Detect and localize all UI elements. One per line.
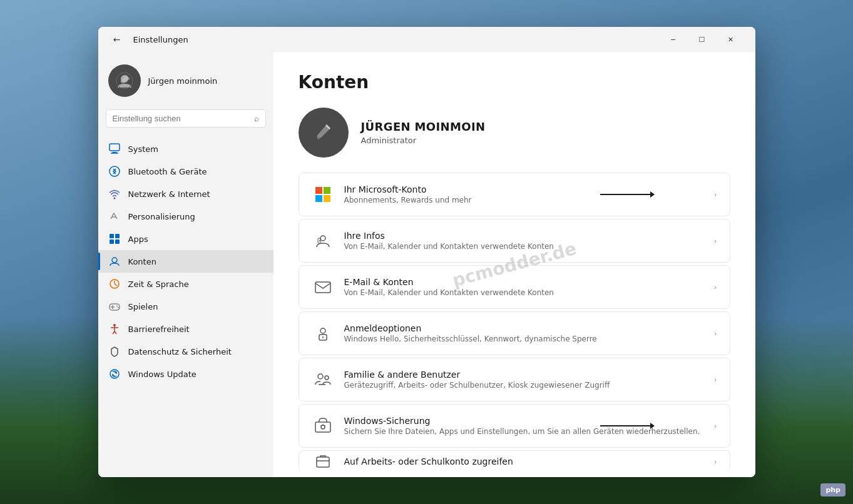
personalization-icon <box>108 210 121 223</box>
sidebar-item-network[interactable]: Netzwerk & Internet <box>98 183 273 205</box>
update-icon <box>108 368 121 380</box>
signin-icon <box>312 322 334 345</box>
svg-rect-29 <box>315 187 322 194</box>
email-text: E-Mail & Konten Von E-Mail, Kalender und… <box>344 277 715 297</box>
email-title: E-Mail & Konten <box>344 277 715 287</box>
family-text: Familie & andere Benutzer Gerätezugriff,… <box>344 370 715 390</box>
profile-card: JÜRGEN MOINMOIN Administrator <box>299 108 730 158</box>
apps-icon <box>108 233 121 245</box>
svg-line-15 <box>115 284 117 286</box>
arrow-annotation-2 <box>600 423 655 429</box>
sidebar-label-system: System <box>128 144 158 154</box>
menu-item-microsoft-account[interactable]: Ihr Microsoft-Konto Abonnements, Rewards… <box>299 173 730 216</box>
svg-rect-32 <box>324 195 330 202</box>
sidebar-item-update[interactable]: Windows Update <box>98 363 273 385</box>
sidebar-item-gaming[interactable]: Spielen <box>98 295 273 318</box>
svg-point-5 <box>110 166 120 176</box>
arrow-head-2 <box>650 423 655 429</box>
chevron-right-icon: › <box>714 191 717 199</box>
menu-item-backup[interactable]: Windows-Sicherung Sichern Sie Ihre Datei… <box>299 404 730 448</box>
sidebar-label-privacy: Datenschutz & Sicherheit <box>128 347 232 356</box>
sidebar-item-system[interactable]: System <box>98 138 273 160</box>
minimize-button[interactable]: ─ <box>659 29 688 49</box>
sidebar-item-privacy[interactable]: Datenschutz & Sicherheit <box>98 340 273 363</box>
sidebar-label-accounts: Konten <box>128 257 156 266</box>
profile-role: Administrator <box>361 136 486 145</box>
svg-point-21 <box>113 324 116 326</box>
accessibility-icon <box>108 323 121 335</box>
sidebar-label-network: Netzwerk & Internet <box>128 189 210 199</box>
svg-point-12 <box>112 258 117 263</box>
arrow-line <box>600 194 650 195</box>
microsoft-account-title: Ihr Microsoft-Konto <box>344 184 710 194</box>
sidebar-label-bluetooth: Bluetooth & Geräte <box>128 167 207 176</box>
chevron-right-icon-2: › <box>714 237 717 245</box>
menu-item-family[interactable]: Familie & andere Benutzer Gerätezugriff,… <box>299 358 730 401</box>
svg-rect-10 <box>110 239 114 244</box>
sidebar-label-apps: Apps <box>128 234 148 244</box>
sidebar-item-personalization[interactable]: Personalisierung <box>98 205 273 228</box>
menu-item-signin[interactable]: Anmeldeoptionen Windows Hello, Sicherhei… <box>299 311 730 355</box>
signin-subtitle: Windows Hello, Sicherheitsschlüssel, Ken… <box>344 335 715 343</box>
window-title: Einstellungen <box>133 35 188 44</box>
backup-title: Windows-Sicherung <box>344 416 710 426</box>
sidebar-label-update: Windows Update <box>128 370 197 379</box>
titlebar: ← Einstellungen ─ ☐ ✕ <box>98 27 755 52</box>
family-subtitle: Gerätezugriff, Arbeits- oder Schulbenutz… <box>344 381 715 390</box>
svg-rect-45 <box>317 457 329 467</box>
microsoft-account-text: Ihr Microsoft-Konto Abonnements, Rewards… <box>344 184 710 204</box>
sidebar-item-apps[interactable]: Apps <box>98 228 273 250</box>
close-button[interactable]: ✕ <box>717 29 745 49</box>
svg-point-20 <box>118 307 119 308</box>
email-subtitle: Von E-Mail, Kalender und Kontakten verwe… <box>344 288 715 297</box>
chevron-right-icon-3: › <box>714 283 717 291</box>
settings-window: ← Einstellungen ─ ☐ ✕ <box>98 27 755 477</box>
sidebar-item-accounts[interactable]: Konten <box>98 250 273 273</box>
chevron-right-icon-7: › <box>714 458 717 466</box>
menu-item-work-school[interactable]: Auf Arbeits- oder Schulkonto zugreifen › <box>299 450 730 473</box>
svg-point-33 <box>320 236 325 241</box>
svg-rect-8 <box>110 234 114 238</box>
microsoft-account-icon <box>312 183 334 206</box>
php-badge: php <box>820 483 845 496</box>
system-icon <box>108 143 121 155</box>
accounts-icon <box>108 255 121 268</box>
user-section: Jürgen moinmoin <box>98 57 273 109</box>
svg-point-44 <box>321 425 325 429</box>
user-name: Jürgen moinmoin <box>148 76 218 86</box>
menu-item-email[interactable]: E-Mail & Konten Von E-Mail, Kalender und… <box>299 265 730 309</box>
work-school-title: Auf Arbeits- oder Schulkonto zugreifen <box>344 456 715 466</box>
backup-text: Windows-Sicherung Sichern Sie Ihre Datei… <box>344 416 710 436</box>
menu-item-your-info[interactable]: Ihre Infos Von E-Mail, Kalender und Kont… <box>299 219 730 263</box>
titlebar-left: ← Einstellungen <box>108 31 188 48</box>
search-icon: ⌕ <box>254 114 259 123</box>
your-info-icon <box>312 229 334 252</box>
family-icon <box>312 368 334 391</box>
work-school-icon <box>312 451 334 473</box>
search-input[interactable] <box>113 114 249 123</box>
svg-point-41 <box>325 376 329 380</box>
maximize-button[interactable]: ☐ <box>688 29 717 49</box>
svg-line-25 <box>115 331 116 334</box>
family-title: Familie & andere Benutzer <box>344 370 715 380</box>
svg-rect-9 <box>115 234 120 238</box>
svg-point-40 <box>318 374 323 379</box>
user-avatar <box>108 64 141 97</box>
search-box[interactable]: ⌕ <box>106 109 266 128</box>
time-icon <box>108 278 121 290</box>
main-layout: Jürgen moinmoin ⌕ System <box>98 52 755 477</box>
svg-rect-36 <box>315 282 330 293</box>
sidebar-item-time[interactable]: Zeit & Sprache <box>98 273 273 295</box>
svg-point-37 <box>320 328 325 333</box>
sidebar-label-personalization: Personalisierung <box>128 212 195 221</box>
arrow-line-2 <box>600 425 650 426</box>
arrow-head <box>650 191 655 198</box>
sidebar-item-bluetooth[interactable]: Bluetooth & Geräte <box>98 160 273 183</box>
back-button[interactable]: ← <box>108 31 126 48</box>
svg-point-28 <box>317 137 320 139</box>
chevron-right-icon-5: › <box>714 376 717 384</box>
svg-point-6 <box>113 198 115 199</box>
signin-text: Anmeldeoptionen Windows Hello, Sicherhei… <box>344 323 715 343</box>
svg-rect-11 <box>115 239 120 244</box>
sidebar-item-accessibility[interactable]: Barrierefreiheit <box>98 318 273 340</box>
